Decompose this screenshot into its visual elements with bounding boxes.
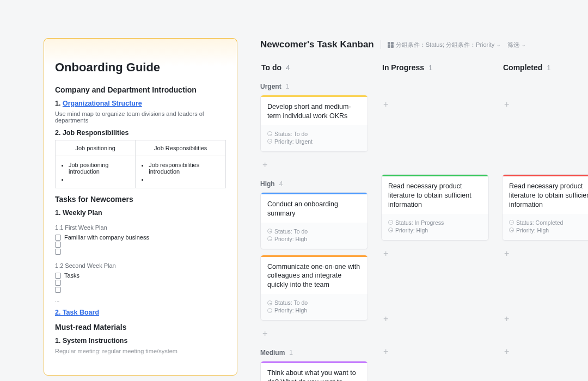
item-weekly-plan: 1. Weekly Plan	[55, 209, 226, 217]
add-card-button[interactable]: +	[502, 79, 588, 112]
add-card-button[interactable]: +	[381, 311, 489, 331]
checkbox-icon[interactable]	[55, 242, 61, 248]
chevron-down-icon: ⌄	[497, 42, 501, 47]
status-icon	[267, 131, 272, 136]
week2-label: 1.2 Second Week Plan	[55, 262, 226, 269]
kanban-board: Newcomer's Task Kanban 分组条件：Status; 分组条件…	[260, 39, 588, 381]
card-title: Think about what you want to do? What do…	[261, 363, 367, 381]
add-card-button[interactable]: +	[260, 157, 368, 177]
card-meta: Status: To do Priority: Urgent	[261, 125, 367, 151]
kanban-column-completed: Completed 1 + Read necessary product lit…	[502, 60, 588, 381]
filter-control[interactable]: 筛选 ⌄	[507, 41, 526, 49]
system-instructions-cutoff: Regular meeting: regular meeting time/sy…	[55, 348, 226, 354]
group-high-header[interactable]: High 4	[260, 180, 368, 188]
item-system-instructions: 1. System Instructions	[55, 337, 226, 345]
table-header-positioning: Job positioning	[56, 140, 136, 156]
card-title: Read necessary product literature to obt…	[503, 176, 588, 214]
group-icon	[388, 42, 394, 48]
week1-label: 1.1 First Week Plan	[55, 224, 226, 231]
priority-icon	[267, 308, 272, 313]
section-tasks-newcomers: Tasks for Newcomers	[55, 195, 226, 204]
column-header: Completed 1	[502, 60, 588, 79]
card-title: Communicate one-on-one with colleagues a…	[261, 257, 367, 294]
group-medium-header[interactable]: Medium 1	[260, 349, 368, 357]
table-header-responsibilities: Job Responsibilities	[136, 140, 226, 156]
add-card-button[interactable]: +	[260, 326, 368, 346]
ellipsis: ...	[55, 297, 226, 303]
add-card-button[interactable]: +	[502, 246, 588, 266]
item-task-board: 2. Task Board	[55, 309, 226, 316]
chevron-down-icon: ⌄	[522, 42, 526, 47]
add-card-button[interactable]: +	[381, 79, 489, 112]
status-icon	[388, 220, 393, 225]
priority-icon	[509, 228, 514, 232]
doc-title: Onboarding Guide	[55, 60, 226, 75]
card-meta: Status: To do Priority: High	[261, 294, 367, 320]
kanban-header: Newcomer's Task Kanban 分组条件：Status; 分组条件…	[260, 39, 588, 50]
group-urgent-header[interactable]: Urgent 1	[260, 83, 368, 90]
add-card-button[interactable]: +	[502, 311, 588, 331]
card-title: Develop short and medium-term individual…	[261, 97, 367, 125]
onboarding-guide-panel: Onboarding Guide Company and Department …	[44, 38, 237, 376]
priority-icon	[267, 139, 272, 144]
link-task-board[interactable]: 2. Task Board	[55, 309, 99, 316]
divider	[381, 40, 381, 49]
kanban-card[interactable]: Read necessary product literature to obt…	[502, 174, 588, 241]
group-by-control[interactable]: 分组条件：Status; 分组条件：Priority ⌄	[388, 41, 501, 49]
kanban-title: Newcomer's Task Kanban	[260, 39, 374, 50]
checklist-item[interactable]: Familiar with company business	[55, 234, 226, 241]
priority-icon	[267, 236, 272, 241]
checkbox-icon[interactable]	[55, 287, 61, 293]
item-job-responsibilities: 2. Job Responsibilities	[55, 129, 226, 137]
checklist-item[interactable]	[55, 249, 226, 255]
status-icon	[267, 300, 272, 305]
checklist-item[interactable]	[55, 280, 226, 286]
card-meta: Status: Completed Priority: High	[503, 214, 588, 240]
kanban-card[interactable]: Communicate one-on-one with colleagues a…	[260, 255, 368, 321]
kanban-card[interactable]: Think about what you want to do? What do…	[260, 361, 368, 381]
kanban-card[interactable]: Develop short and medium-term individual…	[260, 95, 368, 152]
job-table: Job positioning Job Responsibilities Job…	[55, 140, 226, 188]
card-meta: Status: In Progress Priority: High	[382, 214, 488, 240]
table-cell: Job positioning introduction	[56, 156, 136, 188]
kanban-card[interactable]: Conduct an onboarding summary Status: To…	[260, 192, 368, 249]
checkbox-icon[interactable]	[55, 235, 61, 241]
link-org-structure[interactable]: Organizational Structure	[63, 100, 142, 107]
org-structure-desc: Use mind map to organize team divisions …	[55, 110, 226, 124]
checkbox-icon[interactable]	[55, 249, 61, 255]
status-icon	[267, 229, 272, 233]
checklist-item[interactable]	[55, 242, 226, 248]
card-title: Read necessary product literature to obt…	[382, 176, 488, 214]
kanban-card[interactable]: Read necessary product literature to obt…	[381, 174, 489, 241]
section-must-read: Must-read Materials	[55, 323, 226, 331]
checkbox-icon[interactable]	[55, 280, 61, 286]
item-org-structure: 1. Organizational Structure	[55, 100, 226, 107]
checkbox-icon[interactable]	[55, 273, 61, 279]
priority-icon	[388, 228, 393, 232]
kanban-column-todo: To do 4 Urgent 1 Develop short and mediu…	[260, 60, 368, 381]
kanban-column-in-progress: In Progress 1 + Read necessary product l…	[381, 60, 489, 381]
status-icon	[509, 220, 514, 225]
checklist-item[interactable]: Tasks	[55, 272, 226, 279]
table-cell: Job responsibilities introduction	[136, 156, 226, 188]
column-header: In Progress 1	[381, 60, 489, 79]
add-card-button[interactable]: +	[381, 344, 489, 364]
checklist-item[interactable]	[55, 287, 226, 293]
column-header: To do 4	[260, 60, 368, 79]
card-title: Conduct an onboarding summary	[261, 194, 367, 223]
add-card-button[interactable]: +	[502, 344, 588, 364]
card-meta: Status: To do Priority: High	[261, 223, 367, 249]
add-card-button[interactable]: +	[381, 246, 489, 266]
section-company-intro: Company and Department Introduction	[55, 85, 226, 94]
